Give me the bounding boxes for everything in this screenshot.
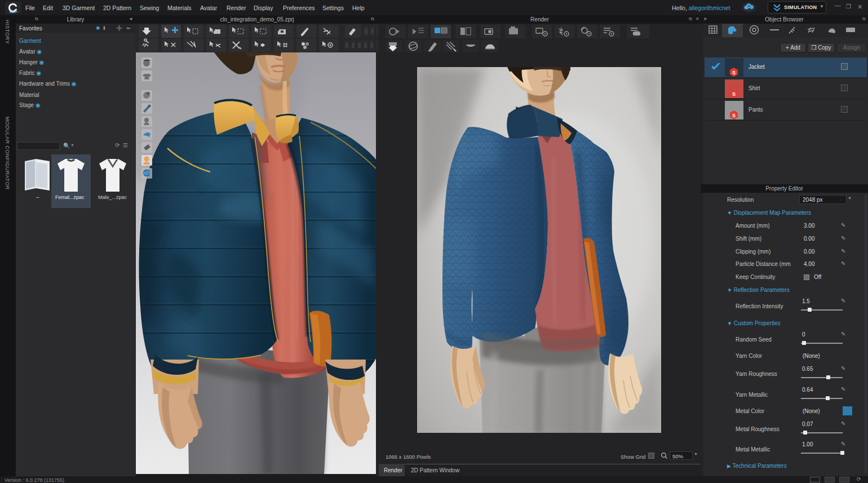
svg-text:S: S [732,91,736,97]
svg-text:S: S [732,113,736,118]
svg-text:S: S [732,70,736,76]
